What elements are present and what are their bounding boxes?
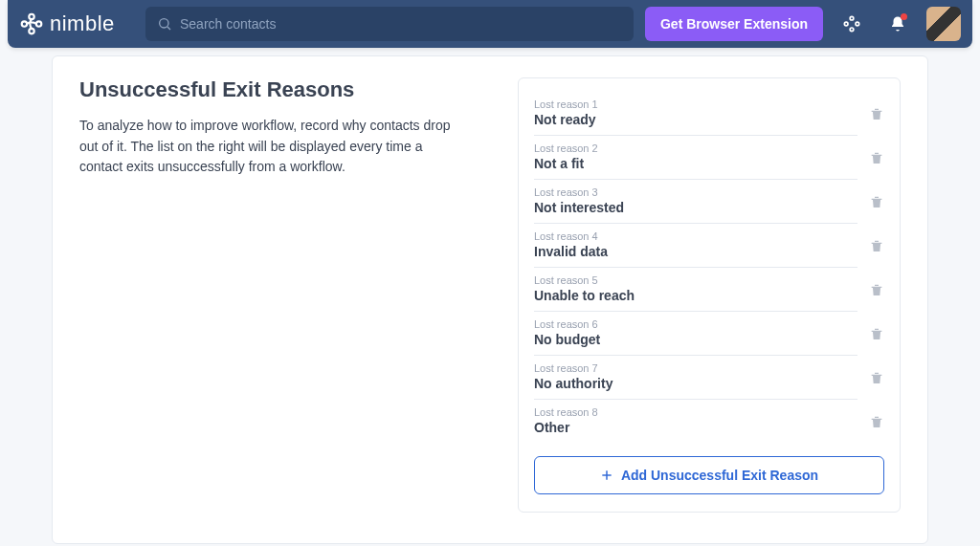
apps-button[interactable] <box>835 7 869 41</box>
reason-value[interactable]: Unable to reach <box>534 288 858 303</box>
description-column: Unsuccessful Exit Reasons To analyze how… <box>79 77 495 513</box>
brand-logo[interactable]: nimble <box>19 11 134 36</box>
search-input[interactable] <box>180 16 622 32</box>
page-title: Unsuccessful Exit Reasons <box>79 77 495 102</box>
trash-icon[interactable] <box>869 414 884 429</box>
reason-label: Lost reason 4 <box>534 230 858 242</box>
reason-value[interactable]: Not ready <box>534 112 858 127</box>
reason-row: Lost reason 5Unable to reach <box>519 268 900 312</box>
reason-value[interactable]: Not interested <box>534 200 858 215</box>
svg-point-6 <box>850 16 854 20</box>
reason-row: Lost reason 8Other <box>519 400 900 443</box>
add-reason-button[interactable]: Add Unsuccessful Exit Reason <box>534 456 884 494</box>
reason-row: Lost reason 3Not interested <box>519 180 900 224</box>
trash-icon[interactable] <box>869 370 884 385</box>
reason-label: Lost reason 7 <box>534 362 858 374</box>
reason-label: Lost reason 6 <box>534 318 858 330</box>
reason-value[interactable]: Not a fit <box>534 156 858 171</box>
trash-icon[interactable] <box>869 326 884 341</box>
svg-point-2 <box>29 29 33 33</box>
reason-row: Lost reason 7No authority <box>519 356 900 400</box>
reason-value[interactable]: Invalid data <box>534 244 858 259</box>
search-icon <box>157 16 172 32</box>
reason-row: Lost reason 1Not ready <box>519 92 900 136</box>
reason-value[interactable]: No authority <box>534 376 858 391</box>
main-card: Unsuccessful Exit Reasons To analyze how… <box>52 55 928 544</box>
trash-icon[interactable] <box>869 150 884 165</box>
reason-label: Lost reason 8 <box>534 406 858 418</box>
brand-text: nimble <box>50 11 115 36</box>
reason-value[interactable]: Other <box>534 420 858 435</box>
trash-icon[interactable] <box>869 194 884 209</box>
svg-point-7 <box>856 22 859 26</box>
flower-apps-icon <box>842 14 861 33</box>
reason-value[interactable]: No budget <box>534 332 858 347</box>
search-box[interactable] <box>145 7 634 41</box>
reason-label: Lost reason 2 <box>534 142 858 154</box>
svg-line-5 <box>167 27 170 30</box>
top-bar: nimble Get Browser Extension <box>8 0 972 48</box>
trash-icon[interactable] <box>869 106 884 121</box>
page-content: Unsuccessful Exit Reasons To analyze how… <box>0 48 980 546</box>
reason-row: Lost reason 6No budget <box>519 312 900 356</box>
reason-label: Lost reason 1 <box>534 98 858 110</box>
svg-point-1 <box>36 21 41 26</box>
plus-icon <box>600 469 613 482</box>
svg-point-9 <box>844 22 848 26</box>
avatar[interactable] <box>926 7 961 41</box>
nimble-logo-icon <box>19 11 44 36</box>
reason-label: Lost reason 3 <box>534 186 858 198</box>
svg-point-0 <box>29 14 33 19</box>
add-reason-label: Add Unsuccessful Exit Reason <box>621 468 818 483</box>
svg-point-3 <box>22 21 27 26</box>
notification-dot <box>901 13 907 20</box>
trash-icon[interactable] <box>869 238 884 253</box>
svg-point-4 <box>160 19 168 28</box>
svg-point-8 <box>850 28 854 32</box>
reason-label: Lost reason 5 <box>534 274 858 286</box>
get-extension-button[interactable]: Get Browser Extension <box>645 7 823 41</box>
page-description: To analyze how to improve workflow, reco… <box>79 116 462 178</box>
reason-row: Lost reason 2Not a fit <box>519 136 900 180</box>
reasons-list-card: Lost reason 1Not readyLost reason 2Not a… <box>518 77 901 513</box>
reason-row: Lost reason 4Invalid data <box>519 224 900 268</box>
notifications-button[interactable] <box>880 7 915 41</box>
trash-icon[interactable] <box>869 282 884 297</box>
